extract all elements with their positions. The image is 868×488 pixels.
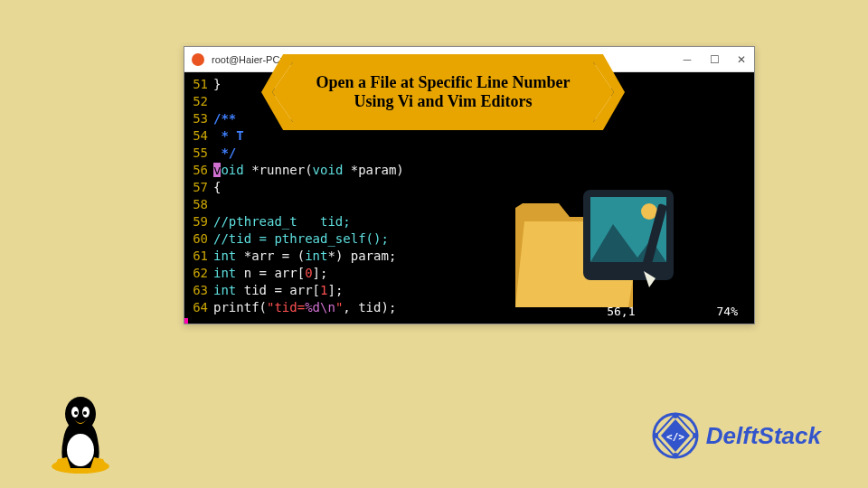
svg-point-2 [641, 203, 657, 220]
line-number: 59 [184, 213, 213, 230]
maximize-button[interactable]: ☐ [709, 54, 720, 65]
delftstack-icon: </> [650, 410, 701, 461]
window-controls: ─ ☐ ✕ [682, 54, 747, 65]
svg-point-18 [653, 433, 658, 438]
line-number: 53 [184, 110, 213, 127]
code-line: 55 */ [184, 145, 747, 162]
svg-text:</>: </> [666, 431, 684, 443]
line-content: int *arr = (int*) param; [213, 248, 396, 265]
svg-point-6 [65, 397, 96, 431]
line-content: int n = arr[0]; [213, 265, 327, 282]
close-button[interactable]: ✕ [736, 54, 747, 65]
line-number: 61 [184, 248, 213, 265]
title-banner: Open a File at Specific Line Number Usin… [272, 62, 614, 122]
line-number: 52 [184, 93, 213, 110]
svg-point-15 [673, 413, 678, 418]
line-number: 63 [184, 282, 213, 299]
scroll-percent: 74% [717, 303, 738, 320]
svg-point-5 [67, 434, 94, 466]
line-content: void *runner(void *param) [213, 162, 404, 179]
line-number: 64 [184, 299, 213, 316]
indicator-bar [184, 318, 188, 324]
svg-point-10 [83, 411, 87, 415]
line-content: printf("tid=%d\n", tid); [213, 299, 396, 316]
line-content: * T [213, 127, 244, 145]
line-content: */ [213, 145, 236, 162]
line-content: } [213, 76, 221, 93]
line-number: 56 [184, 162, 213, 179]
line-number: 55 [184, 145, 213, 162]
minimize-button[interactable]: ─ [682, 54, 693, 65]
line-content: int tid = arr[1]; [213, 282, 343, 299]
banner-line2: Using Vi and Vim Editors [354, 92, 532, 111]
line-number: 62 [184, 265, 213, 282]
line-content: //tid = pthread_self(); [213, 230, 389, 248]
line-number: 54 [184, 127, 213, 145]
ubuntu-icon [192, 53, 204, 66]
line-number: 57 [184, 179, 213, 196]
svg-point-16 [693, 433, 698, 438]
delftstack-text: DelftStack [706, 422, 821, 450]
svg-point-9 [74, 411, 78, 415]
line-content: { [213, 179, 221, 196]
line-content: /** [213, 110, 236, 127]
linux-tux-icon [45, 394, 116, 475]
line-number: 60 [184, 230, 213, 248]
delftstack-logo: </> DelftStack [650, 410, 821, 461]
line-number: 51 [184, 76, 213, 93]
line-content: //pthread_t tid; [213, 213, 351, 230]
banner-line1: Open a File at Specific Line Number [316, 73, 571, 92]
line-number: 58 [184, 196, 213, 213]
folder-image-graphic [506, 172, 678, 316]
svg-point-17 [673, 453, 678, 458]
